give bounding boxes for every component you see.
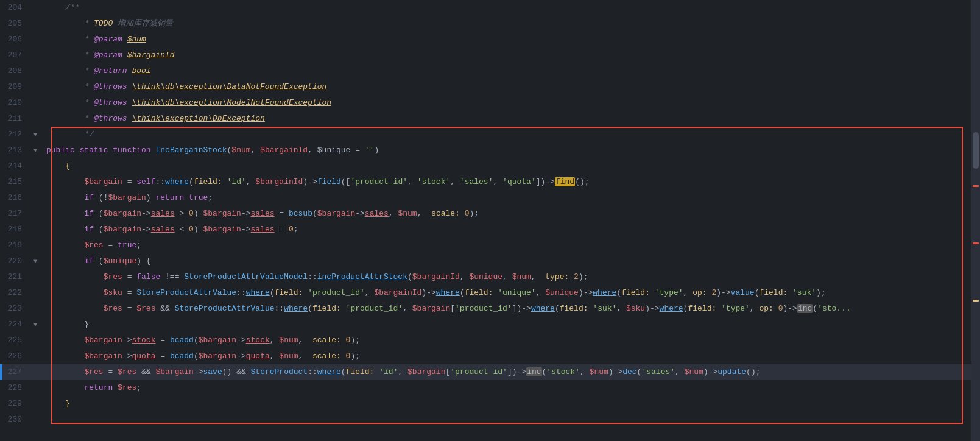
line-number-218: 218: [0, 222, 29, 238]
line-229: 229 }: [0, 396, 980, 412]
line-number-205: 205: [0, 16, 29, 32]
line-212: 212 ▼ */: [0, 127, 980, 143]
line-228: 228 return $res;: [0, 380, 980, 396]
fold-icon-220[interactable]: ▼: [33, 258, 37, 265]
line-208: 208 * @return bool: [0, 63, 980, 79]
gutter-213: ▼: [29, 143, 41, 158]
line-content-230: [41, 412, 980, 428]
line-content-212: */: [41, 127, 980, 143]
line-content-206: * @param $num: [41, 32, 980, 48]
line-number-224: 224: [0, 317, 29, 333]
line-content-211: * @throws \think\exception\DbException: [41, 111, 980, 127]
scrollbar-thumb[interactable]: [973, 132, 979, 169]
line-224: 224 ▼ }: [0, 317, 980, 333]
line-number-216: 216: [0, 190, 29, 206]
line-number-223: 223: [0, 301, 29, 317]
line-content-213: public static function IncBargainStock($…: [41, 143, 980, 158]
line-content-219: $res = true;: [41, 238, 980, 253]
line-211: 211 * @throws \think\exception\DbExcepti…: [0, 111, 980, 127]
gutter-205: [29, 16, 41, 32]
line-number-215: 215: [0, 174, 29, 190]
line-222: 222 $sku = StoreProductAttrValue::where(…: [0, 285, 980, 301]
gutter-210: [29, 95, 41, 111]
line-number-227: 227: [0, 364, 29, 380]
line-215: 215 $bargain = self::where(field: 'id', …: [0, 174, 980, 190]
line-226: 226 $bargain->quota = bcadd($bargain->qu…: [0, 348, 980, 364]
line-204: 204 /**: [0, 0, 980, 16]
gutter-224: ▼: [29, 317, 41, 333]
line-number-222: 222: [0, 285, 29, 301]
minimap-marker-2: [973, 242, 979, 244]
minimap-marker-1: [973, 185, 979, 187]
line-content-222: $sku = StoreProductAttrValue::where(fiel…: [41, 285, 980, 301]
line-number-226: 226: [0, 348, 29, 364]
line-content-229: }: [41, 396, 980, 412]
gutter-216: [29, 190, 41, 206]
line-content-208: * @return bool: [41, 63, 980, 79]
line-230: 230: [0, 412, 980, 428]
line-content-205: * TODO 增加库存减销量: [41, 16, 980, 32]
line-number-210: 210: [0, 95, 29, 111]
gutter-221: [29, 269, 41, 285]
line-content-207: * @param $bargainId: [41, 48, 980, 63]
line-content-209: * @throws \think\db\exception\DataNotFou…: [41, 79, 980, 95]
line-content-214: {: [41, 158, 980, 174]
line-number-220: 220: [0, 253, 29, 269]
gutter-206: [29, 32, 41, 48]
line-content-204: /**: [41, 0, 980, 16]
line-content-218: if ($bargain->sales < 0) $bargain->sales…: [41, 222, 980, 238]
active-line-indicator: [0, 364, 2, 380]
line-number-207: 207: [0, 48, 29, 63]
line-content-228: return $res;: [41, 380, 980, 396]
fold-icon-212[interactable]: ▼: [33, 132, 37, 138]
line-number-213: 213: [0, 143, 29, 158]
line-content-225: $bargain->stock = bcadd($bargain->stock,…: [41, 333, 980, 348]
line-content-217: if ($bargain->sales > 0) $bargain->sales…: [41, 206, 980, 222]
line-number-221: 221: [0, 269, 29, 285]
line-number-229: 229: [0, 396, 29, 412]
line-225: 225 $bargain->stock = bcadd($bargain->st…: [0, 333, 980, 348]
fold-icon-224[interactable]: ▼: [33, 322, 37, 328]
line-219: 219 $res = true;: [0, 238, 980, 253]
gutter-225: [29, 333, 41, 348]
line-content-220: if ($unique) {: [41, 253, 980, 269]
gutter-215: [29, 174, 41, 190]
gutter-211: [29, 111, 41, 127]
line-content-227: $res = $res && $bargain->save() && Store…: [41, 364, 980, 380]
line-220: 220 ▼ if ($unique) {: [0, 253, 980, 269]
gutter-207: [29, 48, 41, 63]
line-216: 216 if (!$bargain) return true;: [0, 190, 980, 206]
line-number-225: 225: [0, 333, 29, 348]
gutter-220: ▼: [29, 253, 41, 269]
gutter-208: [29, 63, 41, 79]
gutter-226: [29, 348, 41, 364]
line-content-210: * @throws \think\db\exception\ModelNotFo…: [41, 95, 980, 111]
line-205: 205 * TODO 增加库存减销量: [0, 16, 980, 32]
editor-container: 204 /** 205 * TODO 增加库存减销量 206 * @param …: [0, 0, 980, 441]
line-221: 221 $res = false !== StoreProductAttrVal…: [0, 269, 980, 285]
line-number-208: 208: [0, 63, 29, 79]
gutter-229: [29, 396, 41, 412]
line-227: 227 $res = $res && $bargain->save() && S…: [0, 364, 980, 380]
line-content-216: if (!$bargain) return true;: [41, 190, 980, 206]
line-214: 214 {: [0, 158, 980, 174]
line-206: 206 * @param $num: [0, 32, 980, 48]
line-number-228: 228: [0, 380, 29, 396]
fold-icon-213[interactable]: ▼: [33, 147, 37, 154]
line-209: 209 * @throws \think\db\exception\DataNo…: [0, 79, 980, 95]
gutter-219: [29, 238, 41, 253]
line-207: 207 * @param $bargainId: [0, 48, 980, 63]
line-223: 223 $res = $res && StoreProductAttrValue…: [0, 301, 980, 317]
gutter-222: [29, 285, 41, 301]
gutter-223: [29, 301, 41, 317]
code-area: 204 /** 205 * TODO 增加库存减销量 206 * @param …: [0, 0, 980, 441]
line-213: 213 ▼ public static function IncBargainS…: [0, 143, 980, 158]
minimap-marker-3: [973, 300, 979, 302]
gutter-204: [29, 0, 41, 16]
gutter-212: ▼: [29, 127, 41, 143]
line-content-226: $bargain->quota = bcadd($bargain->quota,…: [41, 348, 980, 364]
line-210: 210 * @throws \think\db\exception\ModelN…: [0, 95, 980, 111]
line-number-211: 211: [0, 111, 29, 127]
line-218: 218 if ($bargain->sales < 0) $bargain->s…: [0, 222, 980, 238]
scrollbar-right[interactable]: [971, 0, 980, 441]
